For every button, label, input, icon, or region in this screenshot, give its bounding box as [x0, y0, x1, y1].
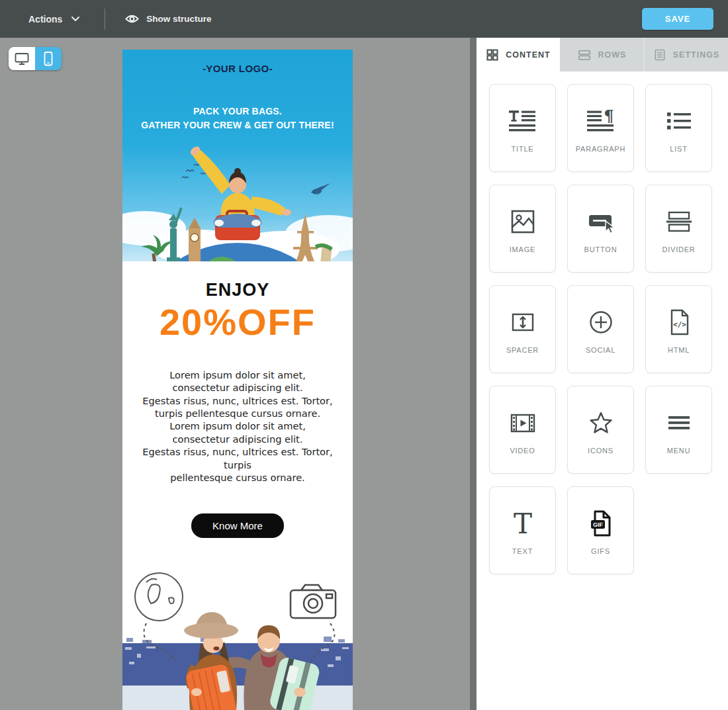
monitor-icon [14, 52, 30, 66]
settings-doc-icon [653, 48, 666, 62]
tile-menu-label: MENU [660, 446, 698, 456]
chevron-down-icon [71, 17, 79, 22]
tile-icons-label: ICONS [581, 446, 620, 456]
top-toolbar: Actions Show structure SAVE [0, 0, 728, 38]
content-panel: CONTENT ROWS SETTINGS [477, 38, 728, 710]
tile-social-label: SOCIAL [579, 345, 622, 355]
email-logo-text[interactable]: -YOUR LOGO- [122, 50, 353, 74]
paragraph-icon: ¶ [586, 85, 616, 136]
email-hero-block[interactable]: -YOUR LOGO- PACK YOUR BAGS. GATHER YOUR … [122, 50, 353, 261]
toolbar-divider [105, 9, 105, 30]
text-icon: T [508, 487, 538, 539]
html-icon: </> [664, 286, 694, 337]
email-offer-title[interactable]: 20%OFF [122, 303, 353, 342]
tile-social[interactable]: SOCIAL [567, 285, 634, 373]
editor-canvas: -YOUR LOGO- PACK YOUR BAGS. GATHER YOUR … [0, 38, 470, 710]
content-tiles-grid: TITLE ¶ PARAGRAPH [477, 71, 728, 574]
tile-title-label: TITLE [505, 144, 541, 154]
tab-rows-label: ROWS [598, 50, 627, 60]
tile-title[interactable]: TITLE [489, 84, 556, 172]
social-icon [586, 286, 616, 337]
tile-text-label: TEXT [506, 547, 539, 556]
tile-spacer[interactable]: SPACER [489, 285, 556, 373]
tile-list-label: LIST [663, 144, 694, 154]
actions-label: Actions [28, 14, 62, 24]
tile-image[interactable]: IMAGE [489, 185, 556, 273]
spacer-icon [508, 286, 538, 337]
email-paragraph[interactable]: Lorem ipsum dolor sit amet, consectetur … [122, 369, 353, 484]
email-body-block: ENJOY 20%OFF Lorem ipsum dolor sit amet,… [122, 261, 353, 562]
tile-image-label: IMAGE [503, 245, 542, 255]
tile-gifs[interactable]: GIF GIFS [567, 486, 634, 574]
video-icon [508, 386, 538, 438]
tile-html[interactable]: </> HTML [645, 285, 712, 373]
tile-video[interactable]: VIDEO [489, 386, 556, 474]
tile-menu[interactable]: MENU [645, 386, 712, 474]
know-more-button[interactable]: Know More [191, 513, 284, 538]
show-structure-toggle[interactable]: Show structure [125, 14, 211, 24]
image-icon [508, 185, 538, 237]
couple-travel-image [122, 562, 353, 710]
tab-rows[interactable]: ROWS [560, 38, 643, 71]
tile-text[interactable]: T TEXT [489, 486, 556, 574]
show-structure-label: Show structure [146, 14, 211, 24]
hero-travel-image[interactable] [122, 129, 353, 261]
actions-menu-button[interactable]: Actions [28, 14, 79, 24]
tab-content-label: CONTENT [506, 50, 550, 60]
eye-icon [125, 14, 139, 24]
save-button[interactable]: SAVE [642, 8, 713, 30]
email-footer-block[interactable] [122, 562, 353, 710]
email-enjoy-title[interactable]: ENJOY [122, 280, 353, 300]
title-icon [508, 85, 538, 136]
device-preview-toggle [9, 47, 62, 70]
svg-text:T: T [513, 508, 531, 539]
tile-divider[interactable]: DIVIDER [645, 185, 712, 273]
desktop-preview-button[interactable] [9, 47, 35, 70]
tab-settings-label: SETTINGS [673, 50, 720, 60]
grid-icon [486, 48, 499, 62]
tile-icons[interactable]: ICONS [567, 386, 634, 474]
tile-paragraph-label: PARAGRAPH [569, 144, 632, 154]
gif-icon: GIF [586, 487, 616, 539]
tile-paragraph[interactable]: ¶ PARAGRAPH [567, 84, 634, 172]
canvas-panel-divider [470, 38, 477, 710]
tile-gifs-label: GIFS [584, 547, 617, 556]
tile-divider-label: DIVIDER [655, 245, 702, 255]
tile-html-label: HTML [661, 345, 696, 355]
tab-content[interactable]: CONTENT [477, 38, 560, 71]
mobile-preview-button[interactable] [35, 47, 62, 70]
tile-list[interactable]: LIST [645, 84, 712, 172]
star-icon [586, 386, 616, 438]
tile-video-label: VIDEO [503, 446, 541, 456]
tile-button[interactable]: BUTTON [567, 185, 634, 273]
rows-icon [577, 48, 592, 62]
svg-text:</>: </> [673, 320, 686, 329]
button-icon [586, 185, 616, 237]
email-headline[interactable]: PACK YOUR BAGS. GATHER YOUR CREW & GET O… [122, 105, 353, 132]
tile-button-label: BUTTON [578, 245, 624, 255]
email-preview: -YOUR LOGO- PACK YOUR BAGS. GATHER YOUR … [122, 50, 353, 710]
divider-icon [664, 185, 694, 237]
list-icon [664, 85, 694, 136]
tile-spacer-label: SPACER [500, 345, 545, 355]
svg-text:GIF: GIF [593, 521, 604, 528]
menu-icon [664, 386, 694, 438]
smartphone-icon [41, 51, 56, 67]
tab-settings[interactable]: SETTINGS [643, 38, 728, 71]
svg-text:¶: ¶ [604, 107, 614, 126]
panel-tab-bar: CONTENT ROWS SETTINGS [477, 38, 728, 71]
